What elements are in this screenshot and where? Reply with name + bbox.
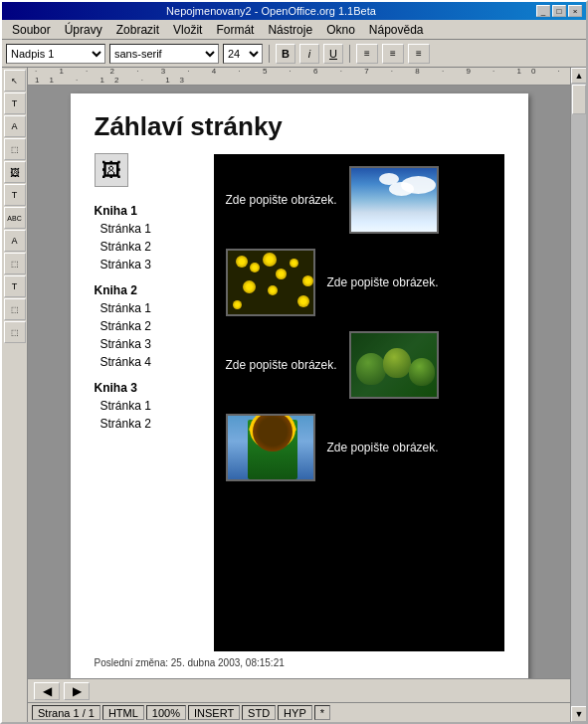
underline-button[interactable]: U bbox=[323, 44, 343, 64]
ruler: · 1 · 2 · 3 · 4 · 5 · 6 · 7 · 8 · 9 · 10… bbox=[28, 68, 570, 86]
menu-tools[interactable]: Nástroje bbox=[262, 21, 318, 39]
vertical-scrollbar: ▲ ▼ bbox=[570, 68, 586, 722]
scroll-up-button[interactable]: ▲ bbox=[571, 68, 586, 84]
left-tool-10[interactable]: T bbox=[4, 275, 26, 297]
last-modified: Poslední změna: 25. dubna 2003, 08:15:21 bbox=[95, 657, 504, 668]
caption-3: Zde popište obrázek. bbox=[226, 358, 337, 372]
status-star: * bbox=[314, 705, 330, 720]
scroll-thumb[interactable] bbox=[572, 85, 586, 114]
status-std: STD bbox=[242, 705, 276, 720]
toc-book-1: Kniha 1 bbox=[95, 204, 204, 218]
align-right-button[interactable]: ≡ bbox=[408, 44, 430, 64]
toc-page-3-2: Stránka 2 bbox=[100, 415, 204, 433]
left-tool-2[interactable]: T bbox=[4, 92, 26, 114]
toc-page-2-3: Stránka 3 bbox=[100, 335, 204, 353]
toc-page-1-1: Stránka 1 bbox=[100, 220, 204, 238]
left-tool-4[interactable]: ⬚ bbox=[4, 138, 26, 160]
left-tool-6[interactable]: T bbox=[4, 184, 26, 206]
toolbar: Nadpis 1 sans-serif 24 B i U ≡ ≡ ≡ bbox=[2, 40, 586, 68]
menu-help[interactable]: Nápověda bbox=[363, 21, 430, 39]
status-zoom: 100% bbox=[146, 705, 186, 720]
caption-2: Zde popište obrázek. bbox=[327, 275, 439, 289]
toc-page-2-1: Stránka 1 bbox=[100, 299, 204, 317]
close-button[interactable]: × bbox=[568, 5, 582, 17]
toc-page-2-2: Stránka 2 bbox=[100, 317, 204, 335]
left-tool-12[interactable]: ⬚ bbox=[4, 321, 26, 343]
image-apples bbox=[349, 331, 439, 399]
left-tool-9[interactable]: ⬚ bbox=[4, 253, 26, 274]
status-format: HTML bbox=[102, 705, 144, 720]
caption-1: Zde popište obrázek. bbox=[226, 193, 337, 207]
caption-4: Zde popište obrázek. bbox=[327, 441, 439, 454]
style-select[interactable]: Nadpis 1 bbox=[6, 44, 105, 64]
menu-insert[interactable]: Vložit bbox=[167, 21, 208, 39]
left-tool-8[interactable]: A bbox=[4, 230, 26, 252]
toc-book-2: Kniha 2 bbox=[95, 283, 204, 297]
doc-icon: 🖼 bbox=[95, 153, 128, 187]
left-toolbar: ↖ T A ⬚ 🖼 T ABC A ⬚ T ⬚ ⬚ bbox=[2, 68, 28, 722]
toc-page-1-3: Stránka 3 bbox=[100, 256, 204, 273]
bold-button[interactable]: B bbox=[276, 44, 295, 64]
status-hyp: HYP bbox=[278, 705, 312, 720]
title-bar: Nepojmenovany2 - OpenOffice.org 1.1Beta … bbox=[2, 2, 586, 20]
document-page: 🖼 Záhlaví stránky Kniha 1 Stránka 1 Strá… bbox=[71, 93, 528, 678]
image-sky bbox=[349, 166, 439, 234]
italic-button[interactable]: i bbox=[299, 44, 319, 64]
maximize-button[interactable]: □ bbox=[552, 5, 566, 17]
left-tool-7[interactable]: ABC bbox=[4, 207, 26, 229]
page-title: Záhlaví stránky bbox=[95, 111, 504, 142]
toc-page-2-4: Stránka 4 bbox=[100, 353, 204, 371]
image-row-1: Zde popište obrázek. bbox=[226, 166, 492, 234]
minimize-button[interactable]: _ bbox=[536, 5, 550, 17]
menu-bar: Soubor Úpravy Zobrazit Vložit Formát Nás… bbox=[2, 20, 586, 40]
left-tool-3[interactable]: A bbox=[4, 115, 26, 137]
separator bbox=[269, 45, 270, 63]
toc-page-3-1: Stránka 1 bbox=[100, 397, 204, 415]
separator2 bbox=[349, 45, 350, 63]
image-row-2: Zde popište obrázek. bbox=[226, 249, 492, 316]
table-of-contents: Kniha 1 Stránka 1 Stránka 2 Stránka 3 Kn… bbox=[95, 154, 204, 651]
menu-edit[interactable]: Úpravy bbox=[59, 21, 108, 39]
left-tool-5[interactable]: 🖼 bbox=[4, 161, 26, 183]
scroll-down-button[interactable]: ▼ bbox=[571, 706, 586, 722]
window-buttons[interactable]: _ □ × bbox=[536, 5, 582, 17]
size-select[interactable]: 24 bbox=[223, 44, 263, 64]
main-content: Zde popište obrázek. bbox=[214, 154, 504, 651]
toc-page-1-2: Stránka 2 bbox=[100, 238, 204, 256]
menu-file[interactable]: Soubor bbox=[6, 21, 57, 39]
prev-page-button[interactable]: ◀ bbox=[34, 682, 60, 700]
image-sunflower bbox=[226, 414, 315, 481]
left-tool-1[interactable]: ↖ bbox=[4, 70, 26, 91]
document-area[interactable]: 🖼 Záhlaví stránky Kniha 1 Stránka 1 Strá… bbox=[28, 86, 570, 678]
status-mode: INSERT bbox=[188, 705, 240, 720]
align-left-button[interactable]: ≡ bbox=[356, 44, 378, 64]
document-icon-area: 🖼 bbox=[95, 153, 128, 187]
menu-view[interactable]: Zobrazit bbox=[110, 21, 165, 39]
left-tool-11[interactable]: ⬚ bbox=[4, 298, 26, 320]
scroll-track[interactable] bbox=[571, 84, 586, 706]
menu-window[interactable]: Okno bbox=[320, 21, 361, 39]
navigation-bar: ◀ ▶ bbox=[28, 678, 570, 702]
status-bar: Strana 1 / 1 HTML 100% INSERT STD HYP * bbox=[28, 702, 570, 722]
font-select[interactable]: sans-serif bbox=[109, 44, 219, 64]
title-text: Nepojmenovany2 - OpenOffice.org 1.1Beta bbox=[6, 5, 536, 17]
status-page: Strana 1 / 1 bbox=[32, 705, 100, 720]
image-row-3: Zde popište obrázek. bbox=[226, 331, 492, 399]
menu-format[interactable]: Formát bbox=[210, 21, 260, 39]
image-flowers bbox=[226, 249, 315, 316]
page-body: Kniha 1 Stránka 1 Stránka 2 Stránka 3 Kn… bbox=[95, 154, 504, 651]
align-center-button[interactable]: ≡ bbox=[382, 44, 404, 64]
toc-book-3: Kniha 3 bbox=[95, 381, 204, 395]
image-row-4: Zde popište obrázek. bbox=[226, 414, 492, 481]
next-page-button[interactable]: ▶ bbox=[64, 682, 90, 700]
